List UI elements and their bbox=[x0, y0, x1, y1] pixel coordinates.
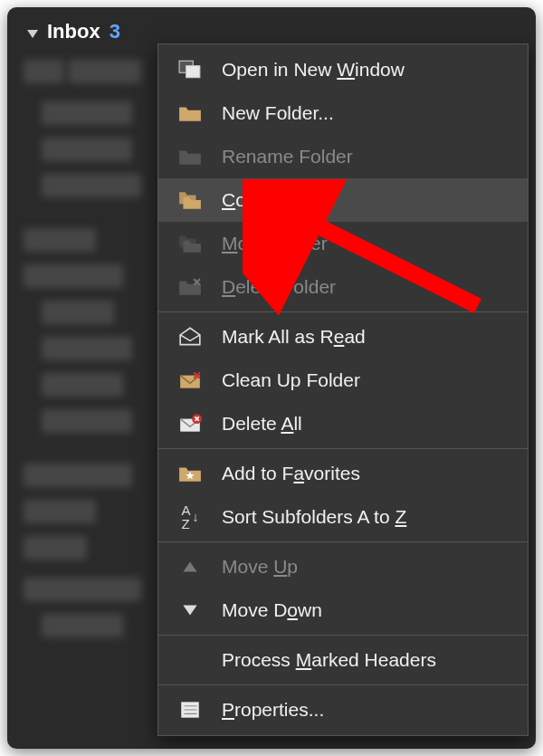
menu-item-mark-all-read[interactable]: Mark All as Read bbox=[158, 315, 528, 359]
menu-separator bbox=[158, 635, 528, 636]
folder-rename-icon bbox=[175, 144, 205, 169]
menu-label: Move Folder bbox=[222, 233, 328, 254]
folder-delete-icon bbox=[175, 274, 205, 300]
menu-label: Properties... bbox=[222, 699, 324, 721]
menu-item-delete-folder: Delete Folder bbox=[158, 265, 528, 309]
expand-triangle-icon bbox=[27, 30, 38, 38]
menu-label: New Folder... bbox=[222, 102, 334, 124]
envelope-clean-icon bbox=[175, 368, 205, 393]
folder-move-icon bbox=[175, 231, 205, 256]
triangle-down-icon bbox=[175, 598, 205, 623]
app-window: Inbox 3 Open in New Window bbox=[7, 7, 536, 749]
menu-item-sort-subfolders[interactable]: AZ ↓ Sort Subfolders A to Z bbox=[158, 495, 528, 539]
menu-separator bbox=[158, 684, 528, 685]
windows-icon bbox=[175, 57, 205, 82]
menu-label: Copy Folder bbox=[222, 189, 325, 211]
menu-separator bbox=[158, 311, 528, 312]
menu-label: Add to Favorites bbox=[222, 463, 360, 484]
envelope-open-icon bbox=[175, 324, 205, 349]
menu-label: Mark All as Read bbox=[222, 326, 366, 348]
menu-label: Rename Folder bbox=[222, 146, 353, 167]
menu-label: Process Marked Headers bbox=[222, 649, 436, 671]
menu-label: Move Down bbox=[222, 599, 322, 621]
menu-item-add-favorites[interactable]: Add to Favorites bbox=[158, 452, 528, 495]
unread-count: 3 bbox=[110, 20, 120, 43]
menu-item-new-folder[interactable]: New Folder... bbox=[158, 91, 528, 135]
menu-item-clean-up[interactable]: Clean Up Folder bbox=[158, 359, 528, 402]
properties-icon bbox=[175, 697, 205, 723]
menu-label: Clean Up Folder bbox=[222, 369, 360, 391]
folder-star-icon bbox=[175, 461, 205, 486]
folder-copy-icon bbox=[175, 187, 205, 213]
triangle-up-icon bbox=[175, 554, 205, 579]
sort-az-icon: AZ ↓ bbox=[175, 504, 205, 530]
menu-item-copy-folder[interactable]: Copy Folder bbox=[158, 178, 528, 222]
folder-label: Inbox bbox=[47, 20, 100, 43]
menu-label: Open in New Window bbox=[222, 59, 405, 81]
menu-item-rename-folder: Rename Folder bbox=[158, 135, 528, 178]
menu-item-properties[interactable]: Properties... bbox=[158, 688, 528, 732]
menu-label: Sort Subfolders A to Z bbox=[222, 506, 406, 528]
menu-item-delete-all[interactable]: Delete All bbox=[158, 402, 528, 445]
menu-item-move-folder: Move Folder bbox=[158, 222, 528, 265]
menu-label: Delete All bbox=[222, 413, 302, 435]
menu-item-process-marked[interactable]: Process Marked Headers bbox=[158, 638, 528, 682]
context-menu: Open in New Window New Folder... Rename … bbox=[157, 43, 529, 736]
folder-icon bbox=[175, 100, 205, 126]
menu-item-move-down[interactable]: Move Down bbox=[158, 589, 528, 632]
menu-label: Delete Folder bbox=[222, 276, 336, 298]
envelope-delete-icon bbox=[175, 411, 205, 436]
menu-item-move-up: Move Up bbox=[158, 545, 528, 589]
menu-item-open-new-window[interactable]: Open in New Window bbox=[158, 48, 528, 91]
menu-label: Move Up bbox=[222, 556, 298, 578]
empty-icon bbox=[175, 647, 205, 673]
menu-separator bbox=[158, 541, 528, 542]
menu-separator bbox=[158, 448, 528, 449]
svg-rect-1 bbox=[186, 66, 200, 78]
